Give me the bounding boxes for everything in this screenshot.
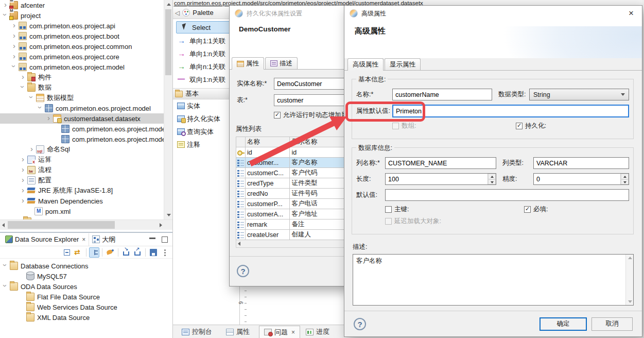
property-table-row[interactable]: customer... 客户名称 — [236, 158, 345, 168]
tree-item[interactable]: Maven Dependencies — [0, 196, 164, 206]
precision-field[interactable] — [533, 173, 629, 185]
scroll-right-icon[interactable] — [160, 223, 162, 227]
column-name-field[interactable] — [385, 157, 496, 169]
export-icon[interactable] — [132, 247, 143, 258]
column-type-field[interactable] — [533, 157, 629, 169]
tree-item[interactable]: Web Services Data Source — [0, 302, 172, 312]
required-checkbox[interactable] — [524, 206, 531, 213]
chevron-icon[interactable] — [27, 207, 34, 215]
chevron-icon[interactable] — [11, 42, 19, 50]
tree-item[interactable]: com.primeton.eos.project.api — [0, 21, 164, 31]
db-default-field[interactable] — [385, 189, 629, 201]
link-with-editor-icon[interactable] — [73, 247, 83, 258]
chevron-icon[interactable] — [54, 125, 61, 133]
scroll-down-icon[interactable] — [628, 300, 632, 303]
import-icon[interactable] — [121, 247, 131, 258]
chevron-icon[interactable] — [19, 272, 26, 280]
primary-key-checkbox[interactable] — [385, 206, 392, 213]
description-textarea[interactable]: 客户名称 — [353, 254, 634, 306]
tree-item[interactable]: MySQL57 — [0, 271, 172, 281]
spin-down-icon[interactable] — [488, 179, 496, 185]
chevron-icon[interactable] — [19, 293, 26, 301]
spin-up-icon[interactable] — [488, 174, 496, 179]
collapse-all-icon[interactable] — [62, 247, 72, 258]
chevron-icon[interactable] — [2, 1, 10, 9]
tree-item[interactable]: 数据模型 — [0, 93, 164, 103]
tab-outline[interactable]: 大纲 — [89, 233, 118, 246]
help-button[interactable]: ? — [237, 265, 249, 277]
chevron-icon[interactable] — [20, 156, 27, 164]
chevron-icon[interactable] — [19, 313, 26, 322]
tree-item[interactable]: com.primeton.eos.project.core — [0, 52, 164, 62]
chevron-icon[interactable] — [11, 63, 19, 71]
default-value-field[interactable] — [392, 105, 629, 117]
scroll-left-icon[interactable] — [238, 242, 240, 246]
bottom-tab[interactable]: 控制台 — [177, 326, 220, 338]
dialog-titlebar[interactable]: 持久化实体属性设置 — [230, 6, 350, 21]
close-icon[interactable]: × — [82, 236, 85, 243]
project-tree-vertical-scrollbar[interactable] — [164, 0, 172, 219]
chevron-icon[interactable] — [37, 104, 45, 112]
cancel-button[interactable]: 取消 — [591, 317, 633, 331]
tab-description[interactable]: 描述 — [265, 57, 298, 69]
chevron-icon[interactable] — [20, 73, 27, 81]
table-name-field[interactable] — [274, 94, 350, 106]
tree-item[interactable]: com.primeton.eos.project.common — [0, 41, 164, 52]
spin-up-icon[interactable] — [621, 174, 629, 179]
property-table-scrollbar[interactable] — [236, 240, 345, 248]
project-tree-horizontal-scrollbar[interactable] — [0, 219, 172, 230]
property-table-row[interactable]: credNo 证件号码 — [236, 189, 345, 199]
dialog-titlebar[interactable]: 高级属性 × — [344, 6, 642, 21]
tab-data-source-explorer[interactable]: Data Source Explorer × — [2, 233, 89, 246]
tree-item[interactable]: 构件 — [0, 72, 164, 82]
tree-item[interactable]: com.primeton.eos.project.model — [0, 62, 164, 72]
chevron-icon[interactable] — [11, 22, 19, 30]
chevron-icon[interactable] — [20, 197, 27, 205]
tree-item[interactable]: customerdataset.datasetx — [0, 113, 164, 124]
tree-item[interactable]: project — [0, 10, 164, 21]
tree-item[interactable]: Flat File Data Source — [0, 292, 172, 302]
chevron-icon[interactable] — [28, 145, 36, 154]
scroll-left-icon[interactable] — [2, 223, 5, 227]
bottom-tab[interactable]: 问题 × — [259, 326, 300, 338]
tree-item[interactable]: com.primeton.eos.project.boot — [0, 31, 164, 41]
tree-item[interactable]: Database Connections — [0, 261, 172, 271]
help-button[interactable]: ? — [354, 318, 366, 330]
persistent-checkbox[interactable] — [516, 123, 523, 129]
tree-item[interactable]: com.primeton.eos.project.model.inde — [0, 134, 164, 144]
chevron-icon[interactable] — [2, 282, 10, 291]
chevron-icon[interactable] — [28, 94, 36, 102]
property-table-row[interactable]: customerC... 客户代码 — [236, 168, 345, 178]
tree-item[interactable]: 配置 — [0, 175, 164, 185]
chevron-icon[interactable] — [2, 11, 10, 20]
chevron-icon[interactable] — [11, 32, 19, 40]
tree-item[interactable]: ODA Data Sources — [0, 281, 172, 292]
property-table-row[interactable]: customerA... 客户地址 — [236, 209, 345, 219]
property-table-row[interactable]: customerP... 客户电话 — [236, 199, 345, 209]
scroll-down-icon[interactable] — [167, 214, 171, 216]
collapse-palette-icon[interactable]: ◁ — [175, 9, 180, 16]
tree-mode-icon[interactable] — [89, 247, 99, 258]
tree-item[interactable]: 运算 — [0, 155, 164, 165]
chevron-icon[interactable] — [20, 187, 27, 195]
tab-advanced-properties[interactable]: 高级属性 — [347, 58, 384, 71]
scrollbar-thumb[interactable] — [165, 9, 171, 75]
tree-item[interactable]: pom.xml — [0, 206, 164, 216]
length-stepper[interactable] — [385, 173, 496, 185]
tree-item[interactable]: 命名Sql — [0, 144, 164, 155]
minimize-button[interactable] — [148, 235, 157, 244]
tab-properties[interactable]: 属性 — [232, 57, 264, 70]
dynamic-add-checkbox[interactable] — [274, 112, 281, 119]
maximize-button[interactable] — [160, 235, 169, 244]
chevron-icon[interactable] — [19, 303, 26, 311]
chevron-icon[interactable] — [11, 53, 19, 61]
palette-tool[interactable]: Select — [176, 21, 236, 33]
close-icon[interactable]: × — [291, 329, 295, 336]
tree-item[interactable]: 数据 — [0, 82, 164, 93]
tree-item[interactable]: XML Data Source — [0, 312, 172, 323]
connect-icon[interactable] — [105, 247, 115, 258]
close-icon[interactable]: × — [625, 8, 637, 19]
view-menu-icon[interactable] — [160, 247, 170, 258]
chevron-icon[interactable] — [20, 83, 27, 92]
datatype-select[interactable]: String — [529, 89, 629, 100]
